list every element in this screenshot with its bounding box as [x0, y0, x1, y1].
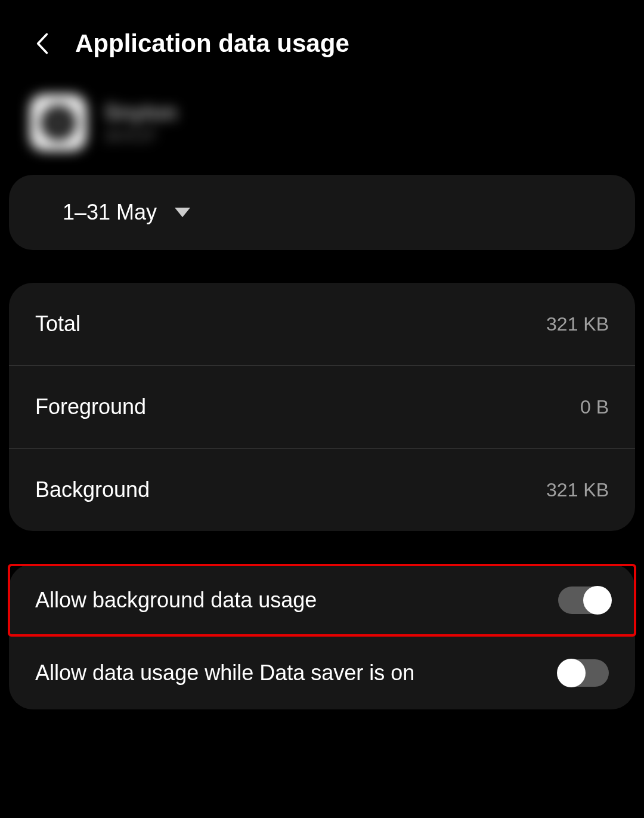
app-sub: 10.0.27 — [104, 126, 177, 145]
app-name: Snyton — [104, 100, 177, 125]
usage-row-foreground: Foreground 0 B — [9, 366, 635, 449]
toggle-label-background-data: Allow background data usage — [35, 588, 317, 613]
usage-value-total: 321 KB — [546, 313, 609, 335]
chevron-down-icon — [175, 208, 190, 217]
usage-label-foreground: Foreground — [35, 394, 146, 419]
toggle-row-background-data[interactable]: Allow background data usage — [8, 564, 636, 637]
toggle-row-data-saver[interactable]: Allow data usage while Data saver is on — [9, 637, 635, 709]
app-info: Snyton 10.0.27 — [0, 76, 644, 169]
usage-label-total: Total — [35, 311, 80, 337]
toggle-knob — [583, 586, 612, 615]
toggle-label-data-saver: Allow data usage while Data saver is on — [35, 660, 414, 686]
usage-value-background: 321 KB — [546, 479, 609, 501]
header: Application data usage — [0, 0, 644, 76]
toggle-switch-background-data[interactable] — [558, 587, 609, 614]
usage-row-background: Background 321 KB — [9, 449, 635, 531]
date-range-selector[interactable]: 1–31 May — [9, 175, 635, 250]
toggle-knob — [557, 659, 586, 687]
toggle-switch-data-saver[interactable] — [558, 659, 609, 687]
date-range-text: 1–31 May — [63, 200, 157, 225]
usage-row-total: Total 321 KB — [9, 283, 635, 366]
usage-card: Total 321 KB Foreground 0 B Background 3… — [9, 283, 635, 531]
back-icon[interactable] — [33, 29, 51, 58]
toggle-card: Allow background data usage Allow data u… — [9, 564, 635, 709]
usage-label-background: Background — [35, 477, 150, 502]
page-title: Application data usage — [75, 29, 349, 58]
app-icon — [30, 94, 86, 151]
app-details: Snyton 10.0.27 — [104, 100, 177, 145]
usage-value-foreground: 0 B — [580, 396, 609, 418]
